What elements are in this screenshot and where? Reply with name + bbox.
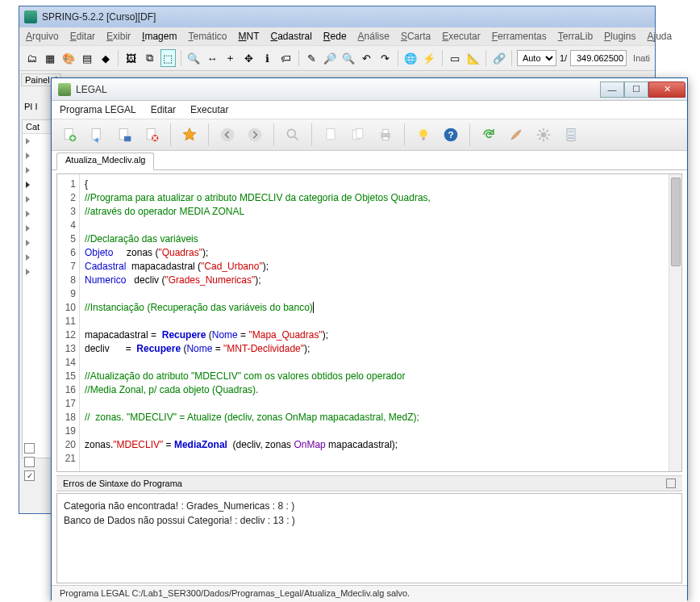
- code-editor[interactable]: 123456789101112131415161718192021 {//Pro…: [56, 173, 682, 472]
- tb-link-icon[interactable]: 🔗: [491, 49, 506, 67]
- minimize-button[interactable]: —: [600, 82, 624, 98]
- scroll-thumb[interactable]: [671, 178, 681, 266]
- checkbox-checked[interactable]: ✓: [24, 470, 35, 481]
- calc-icon[interactable]: [560, 123, 582, 146]
- open-icon[interactable]: [85, 123, 108, 146]
- tree-item[interactable]: [23, 178, 53, 192]
- toolbar-separator: [404, 123, 405, 146]
- tree-item[interactable]: [23, 163, 53, 178]
- tb-undo-icon[interactable]: ↶: [359, 49, 374, 67]
- zoom-mode-select[interactable]: Auto: [517, 50, 556, 66]
- tb-redo-icon[interactable]: ↷: [377, 49, 393, 67]
- tree-item[interactable]: [23, 221, 53, 236]
- tb-flash-icon[interactable]: ⚡: [422, 49, 437, 67]
- tb-move-icon[interactable]: ✥: [241, 49, 256, 67]
- tb-select-icon[interactable]: ⬚: [160, 49, 176, 67]
- tree-item[interactable]: [23, 265, 53, 279]
- menu-temático[interactable]: Temático: [188, 31, 227, 42]
- dock-icon[interactable]: [666, 479, 676, 488]
- checkbox[interactable]: [24, 457, 35, 467]
- tb-copy-icon[interactable]: ⧉: [142, 49, 157, 67]
- menu-scarta[interactable]: SCarta: [401, 31, 431, 42]
- code-area[interactable]: {//Programa para atualizar o atributo MD…: [80, 174, 681, 471]
- back-icon[interactable]: [216, 123, 239, 146]
- legal-titlebar[interactable]: LEGAL — ☐ ✕: [52, 78, 687, 101]
- menu-rede[interactable]: Rede: [323, 31, 347, 42]
- zoom-fit-icon[interactable]: [281, 123, 304, 146]
- tree-item[interactable]: [23, 207, 53, 221]
- legal-title-text: LEGAL: [76, 84, 600, 95]
- print-icon[interactable]: [374, 123, 397, 146]
- menu-terralib[interactable]: TerraLib: [558, 31, 593, 42]
- svg-point-26: [569, 137, 570, 139]
- menu-programa-legal[interactable]: Programa LEGAL: [60, 104, 136, 115]
- tb-tag-icon[interactable]: 🏷: [278, 49, 294, 67]
- menu-mnt[interactable]: MNT: [238, 31, 259, 42]
- tree-item[interactable]: [23, 134, 53, 148]
- close-file-icon[interactable]: [140, 123, 163, 146]
- menu-ajuda[interactable]: Ajuda: [647, 31, 672, 42]
- tb-layers-icon[interactable]: 🗂: [24, 49, 40, 67]
- menu-arquivo[interactable]: Arquivo: [26, 31, 59, 42]
- menu-análise[interactable]: Análise: [358, 31, 390, 42]
- tb-measure-icon[interactable]: 📐: [465, 49, 481, 67]
- checkbox[interactable]: [24, 443, 35, 454]
- tb-zoomout-icon[interactable]: 🔍: [186, 49, 202, 67]
- svg-rect-14: [383, 129, 389, 133]
- tb-zoomminus-icon[interactable]: 🔍: [341, 49, 356, 67]
- page-icon[interactable]: [319, 123, 342, 146]
- star-icon[interactable]: [178, 123, 201, 146]
- tree-item[interactable]: [23, 148, 53, 163]
- vertical-scrollbar[interactable]: [669, 174, 681, 471]
- menu-editar[interactable]: Editar: [70, 31, 95, 42]
- menu-executar[interactable]: Executar: [190, 104, 228, 115]
- tb-cross-icon[interactable]: ＋: [223, 49, 238, 67]
- new-file-icon[interactable]: [58, 123, 81, 146]
- help-icon[interactable]: ?: [440, 123, 462, 146]
- forward-icon[interactable]: [244, 123, 266, 146]
- tb-table-icon[interactable]: ▤: [80, 49, 95, 67]
- menu-imagem[interactable]: Imagem: [142, 31, 177, 42]
- tb-info-icon[interactable]: ℹ: [260, 49, 275, 67]
- pages-icon[interactable]: [347, 123, 369, 146]
- tree-item[interactable]: [23, 250, 53, 265]
- close-button[interactable]: ✕: [648, 82, 685, 98]
- svg-point-9: [287, 129, 295, 137]
- svg-point-23: [569, 135, 570, 136]
- tb-pencil-icon[interactable]: ✎: [304, 49, 319, 67]
- tb-screen-icon[interactable]: ▭: [448, 49, 463, 67]
- tree-item[interactable]: [23, 192, 53, 207]
- toolbar-separator: [181, 50, 181, 66]
- refresh-icon[interactable]: [477, 123, 500, 146]
- tb-palette-icon[interactable]: 🎨: [61, 49, 77, 67]
- errors-panel-title[interactable]: Erros de Sintaxe do Programa: [56, 475, 682, 491]
- spring-app-icon: [24, 10, 37, 23]
- toolbar-separator: [118, 50, 119, 66]
- tb-shape-icon[interactable]: ◆: [98, 49, 114, 67]
- tb-grid-icon[interactable]: ▦: [43, 49, 58, 67]
- menu-executar[interactable]: Executar: [442, 31, 480, 42]
- tb-world-icon[interactable]: 🌐: [403, 49, 419, 67]
- categories-tab[interactable]: Cat: [23, 120, 53, 134]
- error-line[interactable]: Banco de Dados não possui Categoria! : d…: [64, 513, 675, 528]
- menu-editar[interactable]: Editar: [151, 104, 176, 115]
- bulb-icon[interactable]: [412, 123, 435, 146]
- scale-input[interactable]: [570, 50, 627, 66]
- scale-prefix: 1/: [560, 53, 567, 63]
- file-tab[interactable]: Atualiza_Mdecliv.alg: [56, 153, 154, 170]
- save-icon[interactable]: [113, 123, 135, 146]
- legal-toolbar: ?: [52, 119, 687, 151]
- maximize-button[interactable]: ☐: [624, 82, 648, 98]
- tree-item[interactable]: [23, 236, 53, 250]
- tb-zoomin-icon[interactable]: 🔎: [323, 49, 338, 67]
- menu-exibir[interactable]: Exibir: [106, 31, 131, 42]
- tb-image-icon[interactable]: 🖼: [123, 49, 139, 67]
- error-line[interactable]: Categoria não encontrada! : Grades_Numer…: [64, 499, 675, 513]
- gear-icon[interactable]: [532, 123, 555, 146]
- menu-ferramentas[interactable]: Ferramentas: [492, 31, 547, 42]
- tb-pan-icon[interactable]: ↔: [205, 49, 220, 67]
- menu-cadastral[interactable]: Cadastral: [270, 31, 311, 42]
- spring-titlebar[interactable]: SPRING-5.2.2 [Curso][DF]: [19, 6, 655, 27]
- menu-plugins[interactable]: Plugins: [604, 31, 635, 42]
- brush-icon[interactable]: [505, 123, 527, 146]
